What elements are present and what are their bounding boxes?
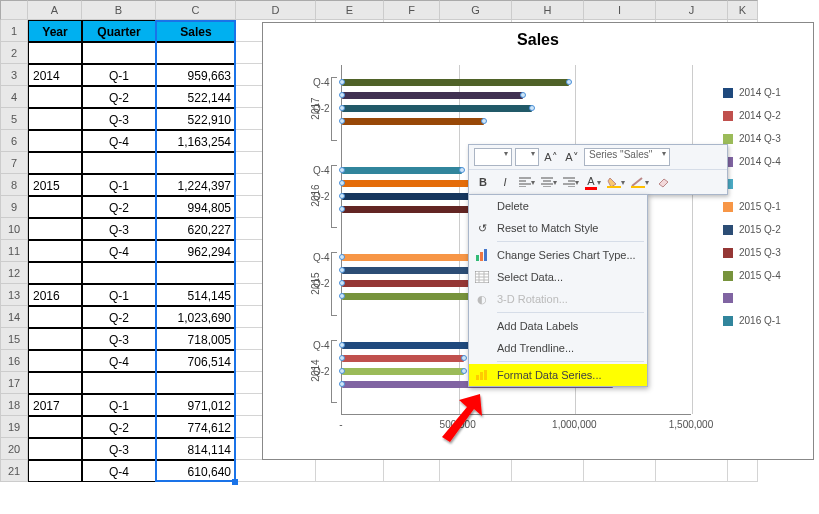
row-header[interactable]: 7 — [0, 152, 28, 174]
row-header[interactable]: 17 — [0, 372, 28, 394]
cell[interactable]: 1,023,690 — [156, 306, 236, 328]
row-header[interactable]: 21 — [0, 460, 28, 482]
cell[interactable]: 522,910 — [156, 108, 236, 130]
legend-item[interactable]: 2015 Q-3 — [723, 247, 805, 258]
row-header[interactable]: 18 — [0, 394, 28, 416]
cell[interactable]: Q-1 — [82, 284, 156, 306]
column-header[interactable]: F — [384, 0, 440, 20]
chart-bar[interactable] — [342, 105, 532, 112]
cell[interactable] — [728, 460, 758, 482]
row-header[interactable]: 10 — [0, 218, 28, 240]
legend-item[interactable]: 2014 Q-3 — [723, 133, 805, 144]
cell[interactable]: 706,514 — [156, 350, 236, 372]
cell[interactable]: Sales — [156, 20, 236, 42]
align-left-button[interactable] — [518, 173, 536, 191]
cell[interactable]: 971,012 — [156, 394, 236, 416]
cell[interactable]: 1,163,254 — [156, 130, 236, 152]
cell[interactable]: 2017 — [28, 394, 82, 416]
grow-font-button[interactable]: A˄ — [542, 148, 560, 166]
row-header[interactable]: 3 — [0, 64, 28, 86]
cell[interactable]: 2014 — [28, 64, 82, 86]
cell[interactable]: 610,640 — [156, 460, 236, 482]
menu-select-data[interactable]: Select Data... — [469, 266, 647, 288]
legend-item[interactable]: 2015 Q-1 — [723, 201, 805, 212]
cell[interactable] — [28, 438, 82, 460]
cell[interactable]: 962,294 — [156, 240, 236, 262]
cell[interactable]: 994,805 — [156, 196, 236, 218]
row-header[interactable]: 5 — [0, 108, 28, 130]
chart-bar[interactable] — [342, 368, 464, 375]
menu-change-chart-type[interactable]: Change Series Chart Type... — [469, 244, 647, 266]
chart-bar[interactable] — [342, 92, 523, 99]
cell[interactable] — [156, 152, 236, 174]
chart-bar[interactable] — [342, 280, 487, 287]
cell[interactable] — [236, 460, 316, 482]
cell[interactable]: 718,005 — [156, 328, 236, 350]
row-header[interactable]: 2 — [0, 42, 28, 64]
cell[interactable]: Q-2 — [82, 196, 156, 218]
column-header[interactable] — [0, 0, 28, 20]
cell[interactable] — [82, 262, 156, 284]
cell[interactable]: 959,663 — [156, 64, 236, 86]
bold-button[interactable]: B — [474, 173, 492, 191]
cell[interactable]: Q-2 — [82, 416, 156, 438]
menu-add-data-labels[interactable]: Add Data Labels — [469, 315, 647, 337]
legend-item[interactable] — [723, 293, 805, 303]
chart-bar[interactable] — [342, 355, 464, 362]
row-header[interactable]: 16 — [0, 350, 28, 372]
menu-add-trendline[interactable]: Add Trendline... — [469, 337, 647, 359]
cell[interactable] — [28, 460, 82, 482]
cell[interactable]: Q-3 — [82, 218, 156, 240]
legend-item[interactable]: 2014 Q-2 — [723, 110, 805, 121]
row-header[interactable]: 15 — [0, 328, 28, 350]
cell[interactable] — [28, 42, 82, 64]
align-center-button[interactable] — [540, 173, 558, 191]
chart-bar[interactable] — [342, 79, 569, 86]
column-header[interactable]: J — [656, 0, 728, 20]
chart-legend[interactable]: 2014 Q-12014 Q-22014 Q-32014 Q-42015 Q-1… — [723, 87, 805, 338]
menu-reset-match-style[interactable]: ↺Reset to Match Style — [469, 217, 647, 239]
column-header[interactable]: K — [728, 0, 758, 20]
series-name-select[interactable]: Series "Sales" — [584, 148, 670, 166]
cell[interactable] — [28, 306, 82, 328]
cell[interactable] — [440, 460, 512, 482]
cell[interactable] — [28, 108, 82, 130]
row-header[interactable]: 20 — [0, 438, 28, 460]
column-header[interactable]: H — [512, 0, 584, 20]
font-family-select[interactable] — [474, 148, 512, 166]
cell[interactable]: 514,145 — [156, 284, 236, 306]
shrink-font-button[interactable]: A˅ — [563, 148, 581, 166]
cell[interactable]: Q-1 — [82, 64, 156, 86]
cell[interactable] — [28, 86, 82, 108]
row-header[interactable]: 1 — [0, 20, 28, 42]
column-header[interactable]: D — [236, 0, 316, 20]
column-header[interactable]: A — [28, 0, 82, 20]
legend-item[interactable] — [723, 179, 805, 189]
cell[interactable]: 522,144 — [156, 86, 236, 108]
legend-item[interactable]: 2014 Q-1 — [723, 87, 805, 98]
row-header[interactable]: 8 — [0, 174, 28, 196]
cell[interactable]: Q-3 — [82, 438, 156, 460]
cell[interactable] — [82, 152, 156, 174]
cell[interactable]: 814,114 — [156, 438, 236, 460]
row-header[interactable]: 11 — [0, 240, 28, 262]
italic-button[interactable]: I — [496, 173, 514, 191]
cell[interactable]: Q-2 — [82, 306, 156, 328]
cell[interactable] — [28, 416, 82, 438]
cell[interactable] — [82, 372, 156, 394]
cell[interactable]: 2016 — [28, 284, 82, 306]
row-header[interactable]: 14 — [0, 306, 28, 328]
selection-handle[interactable] — [232, 479, 238, 485]
cell[interactable] — [156, 262, 236, 284]
legend-item[interactable]: 2014 Q-4 — [723, 156, 805, 167]
cell[interactable] — [28, 240, 82, 262]
cell[interactable] — [28, 350, 82, 372]
cell[interactable] — [28, 152, 82, 174]
row-header[interactable]: 4 — [0, 86, 28, 108]
cell[interactable] — [584, 460, 656, 482]
cell[interactable]: 620,227 — [156, 218, 236, 240]
chart-title[interactable]: Sales — [263, 23, 813, 61]
chart-bar[interactable] — [342, 118, 484, 125]
cell[interactable] — [156, 372, 236, 394]
legend-item[interactable]: 2016 Q-1 — [723, 315, 805, 326]
